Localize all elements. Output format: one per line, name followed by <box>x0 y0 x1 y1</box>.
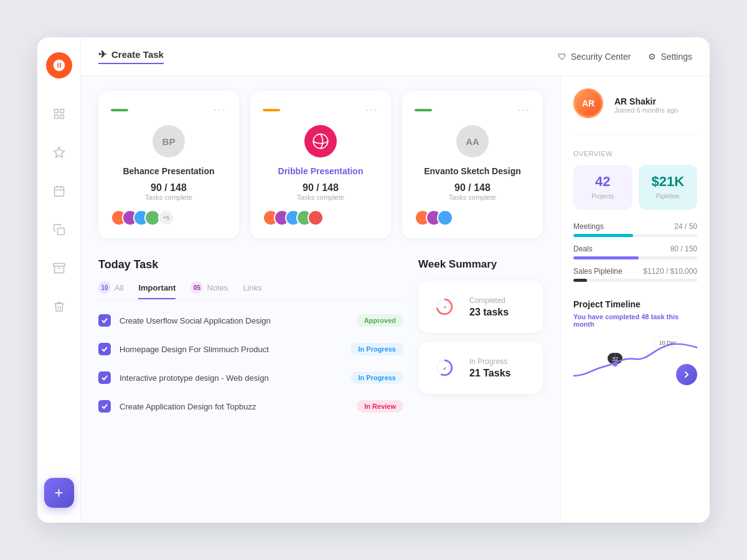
stat-deals-bar-bg <box>573 256 697 259</box>
week-completed-status: Completed <box>469 296 509 305</box>
sidebar-item-copy[interactable] <box>49 219 70 240</box>
tab-all-badge: 10 <box>98 281 111 294</box>
settings-button[interactable]: ⚙ Settings <box>648 52 692 62</box>
card-title-envanto: Envanto Sketch Design <box>424 166 521 176</box>
avatar-initials: AR <box>582 98 594 108</box>
svg-rect-5 <box>54 187 63 196</box>
task-checkbox-2[interactable] <box>98 343 111 355</box>
week-inprogress-info: In Progress 21 Tasks <box>469 357 510 379</box>
tab-important-label: Important <box>138 283 176 292</box>
stat-meetings: Meetings 24 / 50 <box>573 222 697 237</box>
tab-all[interactable]: 10 All <box>98 281 123 300</box>
svg-rect-9 <box>57 228 64 235</box>
timeline-subtitle: You have completed 48 task this month <box>573 313 697 328</box>
projects-number: 42 <box>580 174 626 190</box>
task-text-3: Interactive prototype design - Web desig… <box>120 373 342 383</box>
profile-section: AR AR Shakir Joined 6 months ago <box>573 88 697 135</box>
mini-avatar <box>437 210 453 226</box>
avatar-more: +5 <box>158 210 174 226</box>
stat-sales-bar-fill <box>573 279 587 282</box>
card-menu-dots[interactable]: ··· <box>365 103 378 116</box>
card-menu-dots[interactable]: ··· <box>214 103 227 116</box>
sidebar-item-trash[interactable] <box>49 296 70 317</box>
week-card-inprogress: ↙ In Progress 21 Tasks <box>418 342 543 394</box>
week-completed-info: Completed 23 tasks <box>469 296 509 318</box>
right-panel: AR AR Shakir Joined 6 months ago Overvie… <box>560 76 710 523</box>
week-summary-title: Week Summary <box>418 258 543 271</box>
timeline-highlight: 48 task <box>641 313 664 320</box>
card-indicator <box>415 109 432 111</box>
timeline-subtitle-pre: You have completed <box>573 313 639 320</box>
svg-rect-1 <box>60 110 63 113</box>
task-checkbox-4[interactable] <box>98 400 111 413</box>
sidebar-nav <box>49 103 70 478</box>
task-item: Create Application Design fot Topbuzz In… <box>98 396 403 416</box>
task-text-1: Create Userflow Social Application Desig… <box>120 316 348 325</box>
card-avatar-envanto: AA <box>456 125 489 157</box>
svg-rect-2 <box>54 115 58 119</box>
sidebar-item-grid[interactable] <box>49 103 70 124</box>
stat-sales: Sales Pipleline $1120 / $10,000 <box>573 267 697 282</box>
card-progress-dribble: 90 / 148 <box>303 182 339 194</box>
card-progress-label: Tasks complete <box>297 194 344 201</box>
stat-deals-value: 80 / 150 <box>670 245 697 253</box>
task-text-4: Create Application Design fot Topbuzz <box>120 402 348 411</box>
tab-links[interactable]: Links <box>243 283 261 299</box>
project-timeline-section: Project Timeline You have completed 48 t… <box>573 299 697 385</box>
card-avatar-bp: BP <box>153 125 185 157</box>
card-progress-behance: 90 / 148 <box>151 182 187 194</box>
overview-pipeline-card: $21K Pipleline <box>639 165 698 210</box>
today-task-title: Today Task <box>98 258 403 271</box>
project-card-behance: ··· BP Behance Presentation 90 / 148 Tas… <box>98 91 239 238</box>
bottom-row: Today Task 10 All Important 05 N <box>98 258 543 416</box>
create-task-label: Create Task <box>111 49 164 60</box>
task-item: Interactive prototype design - Web desig… <box>98 368 403 388</box>
task-item: Create Userflow Social Application Desig… <box>98 310 403 330</box>
fab-button[interactable]: + <box>44 478 74 508</box>
sidebar-logo[interactable] <box>46 52 72 78</box>
security-center-button[interactable]: 🛡 Security Center <box>558 52 631 62</box>
header-nav: 🛡 Security Center ⚙ Settings <box>558 52 692 62</box>
tab-notes[interactable]: 05 Notes <box>190 281 228 300</box>
sidebar-item-star[interactable] <box>49 142 70 163</box>
task-checkbox-1[interactable] <box>98 314 111 327</box>
stat-meetings-value: 24 / 50 <box>674 222 697 231</box>
profile-name: AR Shakir <box>614 96 678 106</box>
tab-links-label: Links <box>243 283 261 292</box>
svg-rect-0 <box>54 110 58 113</box>
task-checkbox-3[interactable] <box>98 371 111 384</box>
timeline-nav-button[interactable] <box>676 364 697 385</box>
create-task-button[interactable]: ✈ Create Task <box>98 49 164 64</box>
header: ✈ Create Task 🛡 Security Center ⚙ Settin… <box>81 37 710 76</box>
task-item: Homepage Design For Slimmuch Product In … <box>98 339 403 359</box>
settings-label: Settings <box>660 52 692 62</box>
stat-sales-bar-bg <box>573 279 697 282</box>
card-header: ··· <box>111 103 227 116</box>
card-menu-dots[interactable]: ··· <box>517 103 530 116</box>
send-icon: ✈ <box>98 49 106 60</box>
project-card-dribble: ··· Dribble Presentation 90 / 148 Tasks … <box>250 91 391 238</box>
stat-meetings-name: Meetings <box>573 222 604 231</box>
tab-notes-badge: 05 <box>190 281 203 294</box>
main-content: ✈ Create Task 🛡 Security Center ⚙ Settin… <box>81 37 710 523</box>
stat-sales-name: Sales Pipleline <box>573 267 622 276</box>
projects-label: Projects <box>591 193 614 200</box>
avatar-container: AR <box>573 88 607 122</box>
tab-important[interactable]: Important <box>138 283 176 299</box>
card-indicator <box>111 109 128 111</box>
inprogress-icon: ↙ <box>428 352 461 384</box>
stat-deals: Deals 80 / 150 <box>573 245 697 259</box>
card-progress-label: Tasks complete <box>449 194 496 201</box>
week-inprogress-count: 21 Tasks <box>469 368 510 379</box>
sidebar-item-calendar[interactable] <box>49 180 70 202</box>
task-badge-4: In Review <box>357 400 403 413</box>
svg-text:↙: ↙ <box>443 366 446 370</box>
overview-projects-card: 42 Projects <box>573 165 632 210</box>
week-summary-section: Week Summary ↗ Complete <box>418 258 543 416</box>
pipeline-number: $21K <box>645 174 692 190</box>
shield-icon: 🛡 <box>558 52 566 62</box>
task-badge-2: In Progress <box>350 343 403 355</box>
overview-cards: 42 Projects $21K Pipleline <box>573 165 697 210</box>
sidebar-item-archive[interactable] <box>49 258 70 279</box>
today-task-section: Today Task 10 All Important 05 N <box>98 258 403 416</box>
